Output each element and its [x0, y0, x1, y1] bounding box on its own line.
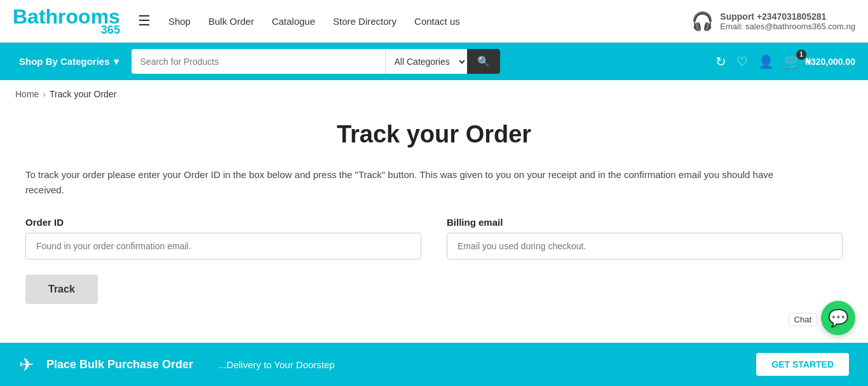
order-id-input[interactable] — [25, 233, 421, 259]
cart-icon-wrap: 🛒 1 — [784, 53, 801, 70]
whatsapp-icon: 💬 — [828, 308, 848, 328]
hamburger-icon: ☰ — [138, 13, 151, 29]
order-id-group: Order ID — [25, 217, 421, 259]
support-details: Support +2347031805281 Email: sales@bath… — [720, 11, 855, 31]
support-headset-icon: 🎧 — [691, 11, 714, 32]
refresh-icon: ↻ — [715, 55, 726, 69]
billing-email-input[interactable] — [447, 233, 843, 259]
support-label: Support — [720, 11, 754, 22]
track-description: To track your order please enter your Or… — [25, 167, 788, 198]
secondary-nav: Shop By Categories ▾ All Categories 🔍 ↻ … — [0, 43, 868, 80]
chevron-down-icon: ▾ — [114, 56, 119, 67]
cart-amount: ₦320,000.00 — [805, 57, 855, 67]
billing-email-group: Billing email — [447, 217, 843, 259]
logo-sub-text: 365 — [101, 24, 120, 36]
refresh-button[interactable]: ↻ — [715, 54, 726, 69]
breadcrumb: Home › Track your Order — [0, 80, 868, 108]
shop-by-label: Shop By Categories — [19, 56, 110, 67]
category-select[interactable]: All Categories — [385, 50, 467, 74]
nav-catalogue[interactable]: Catalogue — [272, 16, 315, 27]
wishlist-button[interactable]: ♡ — [736, 54, 748, 69]
search-input[interactable] — [132, 50, 385, 73]
billing-email-label: Billing email — [447, 217, 843, 228]
shop-by-categories-button[interactable]: Shop By Categories ▾ — [13, 52, 125, 71]
hamburger-button[interactable]: ☰ — [133, 10, 156, 32]
nav-shop[interactable]: Shop — [168, 16, 191, 27]
whatsapp-chat-button[interactable]: 💬 Chat — [821, 301, 855, 335]
search-icon: 🔍 — [477, 56, 490, 67]
nav-store-directory[interactable]: Store Directory — [333, 16, 397, 27]
chat-label: Chat — [789, 313, 817, 326]
account-button[interactable]: 👤 — [758, 54, 774, 69]
nav-bulk-order[interactable]: Bulk Order — [208, 16, 254, 27]
main-content: Track your Order To track your order ple… — [0, 108, 868, 342]
cart-button[interactable]: 🛒 1 ₦320,000.00 — [784, 53, 855, 70]
search-button[interactable]: 🔍 — [467, 49, 500, 74]
heart-icon: ♡ — [736, 55, 748, 69]
support-email: Email: sales@bathrooms365.com.ng — [720, 22, 855, 31]
top-header: Bathrooms 365 ☰ Shop Bulk Order Catalogu… — [0, 0, 868, 43]
cart-badge: 1 — [796, 50, 806, 60]
nav-icons: ↻ ♡ 👤 🛒 1 ₦320,000.00 — [715, 53, 855, 70]
track-button[interactable]: Track — [25, 275, 98, 304]
breadcrumb-current: Track your Order — [50, 89, 116, 99]
support-phone: +2347031805281 — [757, 11, 826, 22]
nav-contact[interactable]: Contact us — [414, 16, 460, 27]
logo[interactable]: Bathrooms 365 — [13, 6, 120, 36]
user-icon: 👤 — [758, 55, 774, 69]
breadcrumb-home[interactable]: Home — [15, 89, 39, 99]
search-bar: All Categories 🔍 — [132, 49, 500, 74]
order-id-label: Order ID — [25, 217, 421, 228]
form-row: Order ID Billing email — [25, 217, 843, 259]
support-area: 🎧 Support +2347031805281 Email: sales@ba… — [691, 11, 855, 32]
page-title: Track your Order — [25, 121, 843, 148]
breadcrumb-chevron: › — [43, 89, 46, 99]
top-nav: Shop Bulk Order Catalogue Store Director… — [168, 16, 679, 27]
